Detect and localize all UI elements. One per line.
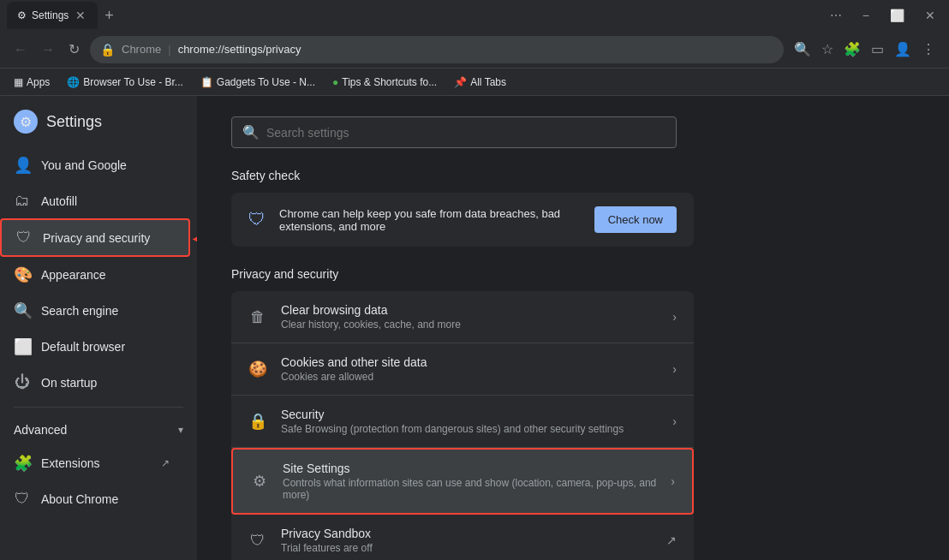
tab-favicon: ⚙	[17, 9, 27, 21]
search-bar-icon: 🔍	[242, 124, 260, 140]
privacy-icon: 🛡	[15, 229, 33, 247]
sidebar-item-extensions[interactable]: 🧩 Extensions ↗	[0, 445, 183, 481]
search-input[interactable]	[266, 126, 665, 140]
bookmark-browser-label: Browser To Use - Br...	[83, 76, 182, 88]
bookmark-icon[interactable]: ☆	[818, 38, 837, 61]
site-settings-title: Site Settings	[283, 462, 657, 475]
sidebar-item-default-browser-label: Default browser	[41, 340, 125, 354]
sidebar-item-advanced-label: Advanced	[14, 423, 67, 437]
bookmark-tips[interactable]: ● Tips & Shortcuts fo...	[325, 73, 444, 92]
secure-icon: 🔒	[100, 43, 115, 57]
security-icon: 🔒	[248, 412, 267, 431]
address-bar: ← → ↻ 🔒 Chrome | chrome://settings/priva…	[0, 31, 949, 69]
security-content: Security Safe Browsing (protection from …	[281, 408, 659, 435]
sidebar-item-you-and-google-label: You and Google	[41, 158, 127, 172]
site-settings-subtitle: Controls what information sites can use …	[283, 477, 657, 501]
cookies-arrow: ›	[672, 362, 677, 376]
clear-browsing-item[interactable]: 🗑 Clear browsing data Clear history, coo…	[231, 291, 694, 343]
url-box[interactable]: 🔒 Chrome | chrome://settings/privacy	[90, 36, 784, 63]
extensions-icon[interactable]: 🧩	[840, 38, 864, 61]
privacy-sandbox-subtitle: Trial features are off	[281, 542, 653, 554]
search-engine-icon: 🔍	[14, 301, 31, 320]
tab-close-button[interactable]: ✕	[74, 7, 87, 24]
appearance-icon: 🎨	[14, 265, 31, 284]
sidebar-item-on-startup[interactable]: ⏻ On startup	[0, 365, 183, 400]
safety-card-text: Chrome can help keep you safe from data …	[279, 207, 581, 233]
privacy-settings-list: 🗑 Clear browsing data Clear history, coo…	[231, 291, 694, 560]
site-settings-arrow: ›	[671, 474, 675, 488]
about-chrome-icon: 🛡	[14, 490, 31, 508]
window-controls: ⋯ − ⬜ ✕	[823, 5, 942, 26]
bookmark-apps-label: Apps	[27, 76, 50, 88]
new-tab-button[interactable]: +	[101, 3, 117, 28]
extensions-external-icon: ↗	[161, 457, 170, 469]
browser-frame: ⚙ Settings ✕ + ⋯ − ⬜ ✕ ← → ↻ 🔒 Chrome | …	[0, 0, 949, 560]
bookmark-browser[interactable]: 🌐 Browser To Use - Br...	[60, 73, 189, 92]
security-item[interactable]: 🔒 Security Safe Browsing (protection fro…	[231, 396, 694, 448]
cookies-item[interactable]: 🍪 Cookies and other site data Cookies ar…	[231, 343, 694, 396]
privacy-section-title: Privacy and security	[231, 267, 915, 281]
tab-strip: ⚙ Settings ✕ +	[7, 2, 816, 29]
bookmark-alltabs-icon: 📌	[454, 76, 467, 88]
site-settings-item[interactable]: ➤ ⚙ Site Settings Controls what informat…	[231, 448, 694, 515]
sidebar-divider	[14, 407, 183, 408]
back-button[interactable]: ←	[10, 39, 31, 61]
bookmark-gadgets-label: Gadgets To Use - N...	[217, 76, 315, 88]
bookmark-gadgets[interactable]: 📋 Gadgets To Use - N...	[194, 73, 322, 92]
sidebar-item-privacy[interactable]: 🛡 Privacy and security ◀	[0, 218, 190, 257]
reload-button[interactable]: ↻	[65, 38, 83, 61]
search-icon[interactable]: 🔍	[791, 38, 815, 61]
close-button[interactable]: ✕	[918, 5, 942, 26]
url-separator: |	[168, 43, 170, 56]
you-and-google-icon: 👤	[14, 156, 31, 175]
clear-browsing-icon: 🗑	[248, 308, 267, 326]
sidebar-item-autofill[interactable]: 🗂 Autofill	[0, 183, 183, 218]
privacy-annotation-arrow: ◀	[193, 228, 197, 248]
menu-icon[interactable]: ⋮	[918, 38, 939, 61]
sidebar-icon[interactable]: ▭	[868, 38, 887, 61]
sidebar-item-default-browser[interactable]: ⬜ Default browser	[0, 329, 183, 365]
search-bar[interactable]: 🔍	[231, 116, 677, 148]
sidebar: ⚙ Settings 👤 You and Google 🗂 Autofill 🛡…	[0, 96, 197, 560]
advanced-arrow-icon: ▾	[178, 424, 183, 436]
site-settings-icon: ⚙	[250, 472, 269, 491]
sidebar-item-privacy-label: Privacy and security	[43, 231, 150, 245]
sidebar-item-you-and-google[interactable]: 👤 You and Google	[0, 147, 183, 183]
security-subtitle: Safe Browsing (protection from dangerous…	[281, 423, 659, 435]
sidebar-item-advanced[interactable]: Advanced ▾	[0, 414, 197, 445]
bookmark-browser-icon: 🌐	[67, 76, 80, 88]
privacy-sandbox-item[interactable]: 🛡 Privacy Sandbox Trial features are off…	[231, 515, 694, 560]
minimize-button[interactable]: −	[856, 5, 876, 26]
sidebar-item-search-engine[interactable]: 🔍 Search engine	[0, 293, 183, 329]
bookmark-alltabs[interactable]: 📌 All Tabs	[447, 73, 513, 92]
settings-panel: 🔍 Safety check 🛡 Chrome can help keep yo…	[197, 96, 949, 560]
sidebar-item-appearance[interactable]: 🎨 Appearance	[0, 257, 183, 293]
active-tab[interactable]: ⚙ Settings ✕	[7, 2, 98, 29]
safety-card-icon: 🛡	[248, 210, 266, 229]
sidebar-item-on-startup-label: On startup	[41, 376, 97, 390]
security-arrow: ›	[672, 414, 677, 428]
forward-button[interactable]: →	[38, 39, 58, 61]
clear-browsing-subtitle: Clear history, cookies, cache, and more	[281, 319, 659, 331]
safety-check-card: 🛡 Chrome can help keep you safe from dat…	[231, 193, 694, 247]
sidebar-item-autofill-label: Autofill	[41, 194, 77, 208]
tab-menu-button[interactable]: ⋯	[823, 5, 849, 26]
site-settings-content: Site Settings Controls what information …	[283, 462, 657, 501]
avatar-icon[interactable]: 👤	[891, 38, 915, 61]
sidebar-item-appearance-label: Appearance	[41, 268, 106, 282]
check-now-button[interactable]: Check now	[594, 206, 677, 233]
sidebar-item-about-chrome[interactable]: 🛡 About Chrome	[0, 481, 183, 516]
bookmark-alltabs-label: All Tabs	[470, 76, 506, 88]
sidebar-item-extensions-label: Extensions	[41, 456, 99, 470]
title-bar: ⚙ Settings ✕ + ⋯ − ⬜ ✕	[0, 0, 949, 31]
privacy-sandbox-title: Privacy Sandbox	[281, 527, 653, 540]
privacy-sandbox-icon: 🛡	[248, 532, 267, 550]
bookmark-apps[interactable]: ▦ Apps	[7, 73, 57, 92]
settings-title: Settings	[46, 113, 102, 131]
toolbar-icons: 🔍 ☆ 🧩 ▭ 👤 ⋮	[791, 38, 939, 61]
on-startup-icon: ⏻	[14, 373, 31, 391]
cookies-content: Cookies and other site data Cookies are …	[281, 355, 659, 383]
maximize-button[interactable]: ⬜	[883, 5, 911, 26]
cookies-subtitle: Cookies are allowed	[281, 371, 659, 383]
clear-browsing-title: Clear browsing data	[281, 303, 659, 317]
